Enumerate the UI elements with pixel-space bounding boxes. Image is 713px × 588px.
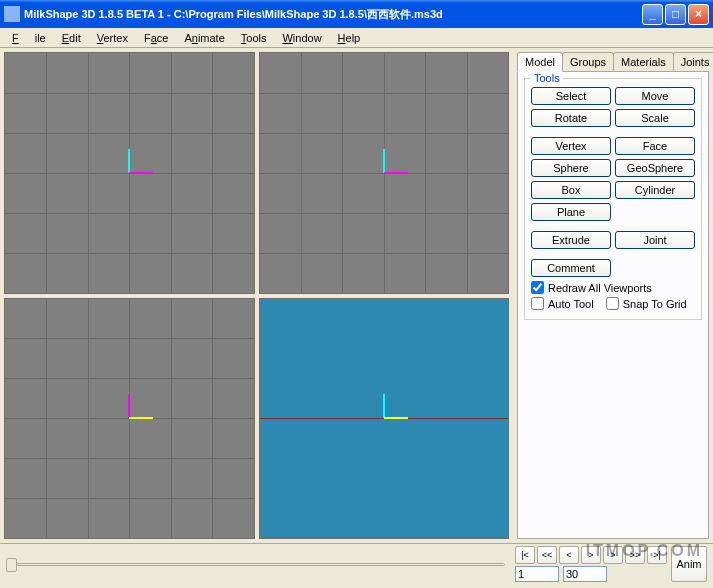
menu-help[interactable]: Help xyxy=(330,30,369,46)
rotate-button[interactable]: Rotate xyxy=(531,109,611,127)
window-title: MilkShape 3D 1.8.5 BETA 1 - C:\Program F… xyxy=(24,7,642,22)
watermark: ITMOP.COM xyxy=(586,542,703,560)
tab-materials[interactable]: Materials xyxy=(613,52,674,72)
tools-group: Tools Select Move Rotate Scale Vertex Fa… xyxy=(524,78,702,320)
close-button[interactable]: × xyxy=(688,4,709,25)
select-button[interactable]: Select xyxy=(531,87,611,105)
tab-groups[interactable]: Groups xyxy=(562,52,614,72)
face-button[interactable]: Face xyxy=(615,137,695,155)
move-button[interactable]: Move xyxy=(615,87,695,105)
cylinder-button[interactable]: Cylinder xyxy=(615,181,695,199)
menu-bar: File Edit Vertex Face Animate Tools Wind… xyxy=(0,28,713,48)
menu-vertex[interactable]: Vertex xyxy=(89,30,136,46)
sphere-button[interactable]: Sphere xyxy=(531,159,611,177)
status-bar: x 35.000 y 0.000 z -5.000 xyxy=(0,584,713,588)
menu-tools[interactable]: Tools xyxy=(233,30,275,46)
viewport-area xyxy=(0,48,513,543)
menu-edit[interactable]: Edit xyxy=(54,30,89,46)
snap-checkbox[interactable] xyxy=(606,297,619,310)
tools-group-title: Tools xyxy=(531,72,563,84)
menu-face[interactable]: Face xyxy=(136,30,176,46)
menu-file[interactable]: File xyxy=(4,30,54,46)
redraw-label: Redraw All Viewports xyxy=(548,282,652,294)
current-frame-input[interactable] xyxy=(515,566,559,582)
menu-animate[interactable]: Animate xyxy=(176,30,232,46)
scale-button[interactable]: Scale xyxy=(615,109,695,127)
tab-model[interactable]: Model xyxy=(517,52,563,72)
minimize-button[interactable]: _ xyxy=(642,4,663,25)
app-icon xyxy=(4,6,20,22)
side-panel: Model Groups Materials Joints Tools Sele… xyxy=(513,48,713,543)
viewport-perspective[interactable] xyxy=(259,298,510,540)
joint-button[interactable]: Joint xyxy=(615,231,695,249)
timeline-slider[interactable] xyxy=(6,554,505,574)
viewport-side[interactable] xyxy=(259,52,510,294)
box-button[interactable]: Box xyxy=(531,181,611,199)
plane-button[interactable]: Plane xyxy=(531,203,611,221)
geosphere-button[interactable]: GeoSphere xyxy=(615,159,695,177)
autotool-checkbox[interactable] xyxy=(531,297,544,310)
maximize-button[interactable]: □ xyxy=(665,4,686,25)
first-frame-button[interactable]: |< xyxy=(515,546,535,564)
extrude-button[interactable]: Extrude xyxy=(531,231,611,249)
comment-button[interactable]: Comment xyxy=(531,259,611,277)
viewport-top[interactable] xyxy=(4,298,255,540)
end-frame-input[interactable] xyxy=(563,566,607,582)
menu-window[interactable]: Window xyxy=(274,30,329,46)
prev-key-button[interactable]: << xyxy=(537,546,557,564)
redraw-checkbox[interactable] xyxy=(531,281,544,294)
snap-label: Snap To Grid xyxy=(623,298,687,310)
title-bar: MilkShape 3D 1.8.5 BETA 1 - C:\Program F… xyxy=(0,0,713,28)
viewport-front[interactable] xyxy=(4,52,255,294)
autotool-label: Auto Tool xyxy=(548,298,594,310)
vertex-button[interactable]: Vertex xyxy=(531,137,611,155)
prev-frame-button[interactable]: < xyxy=(559,546,579,564)
tab-joints[interactable]: Joints xyxy=(673,52,713,72)
